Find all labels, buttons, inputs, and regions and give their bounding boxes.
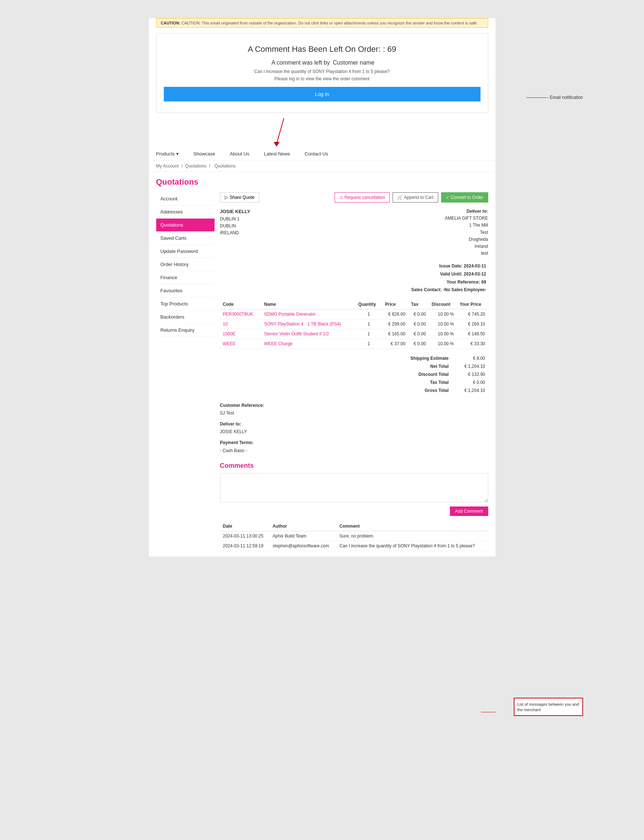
your-ref-value: 69 (481, 279, 486, 284)
nav-latest-news[interactable]: Latest News (264, 151, 290, 156)
sidebar-item-returns-enquiry[interactable]: Returns Enquiry (156, 324, 215, 337)
comment-author: Aphix Build Team (269, 531, 337, 541)
sidebar-item-top-products[interactable]: Top Products (156, 298, 215, 311)
convert-to-order-label: Convert to Order (451, 195, 483, 200)
sidebar-item-update-password[interactable]: Update Password (156, 245, 215, 258)
deliver-addr2: Test (445, 229, 488, 236)
row-code[interactable]: 1500E (220, 329, 261, 339)
row-name[interactable]: SDMO Portable Generator (261, 309, 355, 319)
discount-total-label: Discount Total (330, 372, 456, 377)
row-name[interactable]: WEEE Charge (261, 339, 355, 348)
deliver-to-value: JOSIE KELLY (220, 428, 488, 436)
tax-total-label: Tax Total (330, 380, 456, 385)
sidebar-item-favourites[interactable]: Favourites (156, 284, 215, 298)
nav-products[interactable]: Products ▾ (156, 151, 179, 156)
nav-about[interactable]: About Us (230, 151, 249, 156)
your-ref-label: Your Reference: (447, 279, 480, 284)
row-quantity: 1 (355, 319, 383, 329)
customer-ref-section: Customer Reference: SJ Test Deliver to: … (220, 402, 488, 455)
page-content: Quotations Account Addresses Quotations … (149, 172, 496, 556)
sidebar: Account Addresses Quotations Saved Carts… (156, 192, 215, 551)
comments-col-date: Date (220, 521, 270, 531)
breadcrumb-quotations-link[interactable]: Quotations (186, 163, 207, 169)
col-tax: Tax (408, 299, 429, 309)
nav-showcase[interactable]: Showcase (193, 151, 215, 156)
row-tax: € 0.00 (408, 339, 429, 348)
sidebar-item-backorders[interactable]: Backorders (156, 311, 215, 324)
chevron-down-icon: ▾ (176, 151, 179, 156)
login-button[interactable]: Log In (164, 87, 481, 102)
comment-text: Sure, no problem. (337, 531, 488, 541)
row-code[interactable]: 10 (220, 319, 261, 329)
table-row: PER3000TBUK SDMO Portable Generator 1 € … (220, 309, 488, 319)
row-discount: 10.00 % (429, 309, 457, 319)
row-code[interactable]: PER3000TBUK (220, 309, 261, 319)
append-to-cart-button[interactable]: 🛒 Append to Cart (393, 192, 438, 202)
customer-ref-value: SJ Test (220, 409, 488, 418)
nav-contact-label: Contact Us (305, 151, 328, 156)
row-price: € 37.00 (382, 339, 408, 348)
svg-line-0 (276, 118, 284, 144)
customer-info-left: JOSIE KELLY DUBLIN 1 DUBLIN IRELAND (220, 208, 250, 257)
nav-showcase-label: Showcase (193, 151, 215, 156)
caution-text: CAUTION: This email originated from outs… (181, 21, 478, 25)
comment-row: 2024-03-11 12:59:19 stephen@aphixsoftwar… (220, 541, 488, 551)
content-layout: Account Addresses Quotations Saved Carts… (156, 192, 488, 551)
row-your-price: € 33.30 (457, 339, 488, 348)
comments-title: Comments (220, 462, 488, 470)
row-tax: € 0.00 (408, 319, 429, 329)
sidebar-item-addresses[interactable]: Addresses (156, 205, 215, 219)
sales-contact-value: -No Sales Employee- (443, 287, 486, 292)
breadcrumb-my-account[interactable]: My Account (156, 163, 179, 169)
comments-table: Date Author Comment 2024-03-11 13:00:25 … (220, 521, 488, 551)
row-price: € 299.00 (382, 319, 408, 329)
customer-address1: DUBLIN 1 (220, 216, 250, 223)
request-cancellation-button[interactable]: ⚠ Request cancellation (335, 192, 390, 202)
messages-annotation-line (481, 712, 496, 712)
breadcrumb: My Account / Quotations / Quotations (149, 161, 496, 172)
sidebar-item-quotations[interactable]: Quotations (156, 219, 215, 232)
breadcrumb-current: Quotations (215, 163, 236, 169)
sales-contact-label: Sales Contact: (411, 287, 442, 292)
messages-annotation-label: List of messages between you and the mer… (518, 702, 579, 712)
deliver-addr5: test (445, 250, 488, 257)
deliver-to-label2: Deliver to: (220, 420, 488, 428)
customer-name: JOSIE KELLY (220, 208, 250, 216)
email-notification-box: A Comment Has Been Left On Order: : 69 A… (156, 33, 488, 113)
cart-icon: 🛒 (398, 195, 403, 200)
sidebar-item-finance[interactable]: Finance (156, 271, 215, 284)
issue-date-value: 2024-03-11 (464, 263, 486, 269)
net-total-value: € 1,204.10 (456, 364, 485, 369)
row-name[interactable]: Stentor Violin Outfit Student II 1/2 (261, 329, 355, 339)
row-discount: 10.00 % (429, 329, 457, 339)
sidebar-item-order-history[interactable]: Order History (156, 258, 215, 271)
caution-banner: CAUTION: CAUTION: This email originated … (156, 18, 488, 28)
email-login-prompt: Please log in to view the view the order… (164, 76, 481, 81)
page-title: Quotations (156, 178, 488, 187)
sidebar-item-account[interactable]: Account (156, 192, 215, 205)
row-tax: € 0.00 (408, 309, 429, 319)
customer-name-label: Customer name (333, 59, 375, 66)
row-code[interactable]: WEEE (220, 339, 261, 348)
share-quote-button[interactable]: ▷ Share Quote (220, 192, 260, 202)
row-discount: 10.00 % (429, 319, 457, 329)
customer-info-row: JOSIE KELLY DUBLIN 1 DUBLIN IRELAND Deli… (220, 208, 488, 257)
products-table: Code Name Quantity Price Tax Discount Yo… (220, 299, 488, 349)
comment-date: 2024-03-11 13:00:25 (220, 531, 270, 541)
comment-textarea[interactable] (220, 473, 488, 503)
sidebar-item-saved-carts[interactable]: Saved Carts (156, 232, 215, 245)
table-row: 1500E Stentor Violin Outfit Student II 1… (220, 329, 488, 339)
convert-to-order-button[interactable]: ✓ Convert to Order (441, 192, 488, 202)
net-total-label: Net Total (330, 364, 456, 369)
issue-date-label: Issue Date: (439, 263, 463, 269)
add-comment-button[interactable]: Add Comment (450, 506, 488, 516)
nav-contact[interactable]: Contact Us (305, 151, 328, 156)
deliver-addr3: Drogheda (445, 236, 488, 243)
row-name[interactable]: SONY PlayStation 4 - 1 TB Black (PS4) (261, 319, 355, 329)
ban-icon: ⚠ (339, 195, 343, 200)
shipping-row: Shipping Estimate € 8.00 (327, 354, 488, 362)
row-your-price: € 148.50 (457, 329, 488, 339)
request-cancellation-label: Request cancellation (345, 195, 385, 200)
col-code: Code (220, 299, 261, 309)
nav-about-label: About Us (230, 151, 249, 156)
